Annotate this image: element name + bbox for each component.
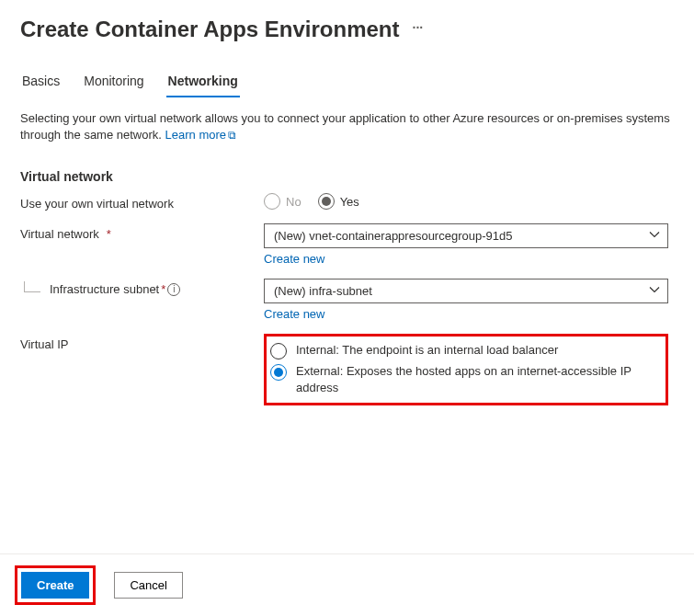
required-asterisk: * [107, 227, 111, 241]
subnet-create-new-link[interactable]: Create new [264, 307, 324, 321]
use-own-vnet-no[interactable]: No [264, 193, 301, 210]
cancel-button[interactable]: Cancel [114, 572, 182, 599]
footer-bar: Create Cancel [0, 553, 694, 616]
vnet-create-new-link[interactable]: Create new [264, 252, 324, 266]
use-own-vnet-yes[interactable]: Yes [318, 193, 359, 210]
vnet-dropdown[interactable]: (New) vnet-containerappresourcegroup-91d… [264, 223, 668, 248]
info-icon[interactable]: i [167, 283, 180, 296]
radio-icon [318, 193, 335, 210]
vip-option-external[interactable]: External: Exposes the hosted apps on an … [270, 361, 658, 397]
page-title: Create Container Apps Environment ··· [20, 17, 674, 42]
subnet-label: Infrastructure subnet [50, 282, 159, 296]
vip-label: Virtual IP [20, 334, 264, 351]
required-asterisk: * [161, 282, 165, 296]
more-actions-icon[interactable]: ··· [413, 20, 424, 39]
intro-text: Selecting your own virtual network allow… [20, 110, 674, 143]
vnet-dropdown-value: (New) vnet-containerappresourcegroup-91d… [274, 229, 512, 243]
vnet-label: Virtual network* [20, 223, 264, 241]
page-title-text: Create Container Apps Environment [20, 17, 400, 42]
subnet-dropdown-value: (New) infra-subnet [274, 284, 372, 298]
use-own-vnet-label: Use your own virtual network [20, 193, 264, 211]
chevron-down-icon [649, 229, 660, 243]
vip-highlight: Internal: The endpoint is an internal lo… [264, 334, 668, 405]
radio-label-no: No [286, 195, 301, 209]
chevron-down-icon [649, 284, 660, 298]
vip-option-internal[interactable]: Internal: The endpoint is an internal lo… [270, 340, 658, 361]
vnet-heading: Virtual network [20, 169, 674, 184]
tab-bar: Basics Monitoring Networking [20, 70, 674, 97]
create-button[interactable]: Create [21, 572, 89, 599]
tab-monitoring[interactable]: Monitoring [82, 70, 145, 97]
external-link-icon: ⧉ [228, 129, 236, 142]
subnet-dropdown[interactable]: (New) infra-subnet [264, 279, 668, 303]
radio-icon [270, 343, 287, 359]
subnet-label-wrap: Infrastructure subnet * i [20, 279, 264, 296]
radio-label-yes: Yes [340, 195, 359, 209]
vip-internal-label: Internal: The endpoint is an internal lo… [296, 342, 558, 359]
create-highlight: Create [15, 565, 96, 605]
vip-external-label: External: Exposes the hosted apps on an … [296, 363, 658, 395]
tab-basics[interactable]: Basics [20, 70, 62, 97]
learn-more-link[interactable]: Learn more⧉ [165, 128, 236, 142]
tree-connector-icon [24, 281, 40, 292]
radio-icon [264, 193, 280, 210]
intro-body: Selecting your own virtual network allow… [20, 111, 670, 142]
tab-networking[interactable]: Networking [166, 70, 240, 97]
radio-icon [270, 364, 287, 381]
